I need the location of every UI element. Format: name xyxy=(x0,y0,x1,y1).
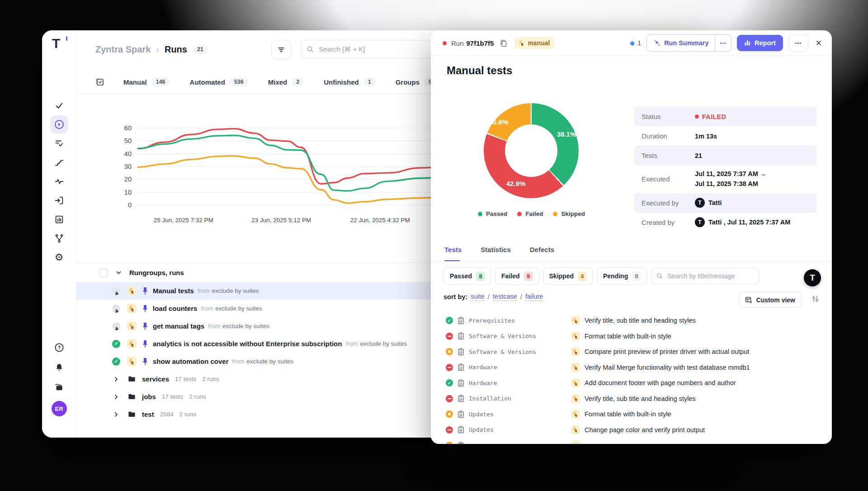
clipboard-icon xyxy=(458,426,464,434)
tab-label: Statistics xyxy=(481,246,511,253)
manual-cursor-icon xyxy=(571,316,580,325)
pin-icon xyxy=(142,340,148,348)
run-type-tab[interactable]: Groups 5 xyxy=(396,77,436,86)
test-row[interactable]: Updates Change page color and verify pri… xyxy=(431,422,832,438)
brand-logo-badge[interactable]: T xyxy=(804,269,821,286)
global-search[interactable] xyxy=(301,40,450,58)
test-search[interactable] xyxy=(651,268,760,284)
info-row-tests: Tests 21 xyxy=(634,146,816,165)
tab-label: Unfinished xyxy=(324,78,359,86)
table-gear-icon xyxy=(745,296,752,304)
custom-view-button[interactable]: Custom view xyxy=(739,292,802,308)
pulse-icon xyxy=(54,176,64,186)
executed-by-value: Tatti xyxy=(708,199,722,206)
chip-label: Failed xyxy=(501,272,519,280)
sort-option-link[interactable]: failure xyxy=(525,293,543,301)
test-row[interactable]: Installation Verify title, sub title and… xyxy=(431,391,832,407)
info-label: Created by xyxy=(642,219,695,226)
run-title: load counters xyxy=(153,305,197,312)
run-type-tab[interactable]: Manual 146 xyxy=(123,77,170,86)
sidebar-item-notifications[interactable] xyxy=(50,358,68,377)
test-row[interactable]: Prerequisites Verify title, sub title an… xyxy=(431,313,832,329)
test-status-icon xyxy=(446,410,453,418)
report-button[interactable]: Report xyxy=(737,35,783,51)
sidebar-item-import[interactable] xyxy=(50,191,68,210)
chip-label: Passed xyxy=(450,272,472,280)
svg-text:40: 40 xyxy=(124,150,132,157)
suite-name: Updates xyxy=(469,426,494,433)
detail-tab[interactable]: Statistics xyxy=(481,243,511,261)
sidebar-item-branches[interactable] xyxy=(50,229,68,248)
diamond-icon[interactable]: ◆ xyxy=(630,39,635,47)
copy-icon[interactable] xyxy=(500,39,507,47)
sort-option-link[interactable]: suite xyxy=(471,293,485,301)
select-all-checkbox[interactable] xyxy=(99,268,108,277)
run-type-tab[interactable]: Mixed 2 xyxy=(268,77,304,86)
sidebar-item-runs[interactable] xyxy=(50,115,68,133)
bell-icon xyxy=(54,362,64,372)
filter-lines-icon xyxy=(277,46,285,54)
run-summary-button[interactable]: Run Summary xyxy=(647,35,715,51)
clipboard-icon xyxy=(458,363,464,371)
view-settings-icon[interactable] xyxy=(811,295,819,303)
more-actions-button[interactable]: ••• xyxy=(788,34,808,52)
sidebar-item-tests[interactable] xyxy=(50,96,68,114)
test-row[interactable]: Software & Versions Compare print previe… xyxy=(431,344,832,360)
bar-chart-icon xyxy=(54,215,64,224)
filter-chip[interactable]: Failed 9 xyxy=(495,267,539,285)
run-type-tab[interactable]: Unfinished 1 xyxy=(324,77,375,86)
run-source: exclude by suites xyxy=(212,287,259,294)
tab-count-badge: 146 xyxy=(151,77,170,86)
chevron-right-icon[interactable] xyxy=(113,411,120,418)
tab-label: Groups xyxy=(396,78,420,86)
folder-name: jobs xyxy=(142,393,156,400)
chevron-right-icon[interactable] xyxy=(113,376,120,382)
run-from-label: from xyxy=(208,323,220,329)
test-row[interactable]: Hardware Verify Mail Merge functionality… xyxy=(431,360,832,376)
sidebar-item-settings[interactable]: ⚙ xyxy=(50,248,68,267)
sidebar-item-analytics[interactable] xyxy=(50,210,68,229)
sort-option-link[interactable]: testcase xyxy=(493,293,517,301)
chevron-down-icon[interactable] xyxy=(115,269,122,276)
filter-chip[interactable]: Skipped 4 xyxy=(543,267,593,285)
executed-end: Jul 11, 2025 7:38 AM xyxy=(695,180,758,187)
donut-skipped-label: 30.8% xyxy=(478,118,519,126)
breadcrumb-project[interactable]: Zyntra Spark xyxy=(95,44,151,55)
sidebar-item-plans[interactable] xyxy=(50,134,68,153)
run-summary-more-button[interactable]: ••• xyxy=(715,35,731,51)
sidebar-item-help[interactable]: ? xyxy=(50,338,68,357)
page-title: Runs xyxy=(165,44,187,55)
test-row[interactable]: Updates Format table with built-in style xyxy=(431,406,832,422)
close-icon[interactable]: ✕ xyxy=(816,38,822,48)
run-type-tab[interactable]: Automated 536 xyxy=(190,77,248,86)
info-label: Executed by xyxy=(642,199,695,207)
sidebar-item-projects[interactable] xyxy=(50,378,68,396)
test-row[interactable]: Hardware Add document footer with page n… xyxy=(431,375,832,391)
select-all-icon[interactable] xyxy=(95,77,104,86)
app-logo[interactable]: T xyxy=(52,36,66,51)
import-icon xyxy=(54,195,64,205)
tab-label: Automated xyxy=(190,78,225,86)
test-search-input[interactable] xyxy=(666,272,754,280)
filter-chip[interactable]: Pending 0 xyxy=(597,267,647,285)
sidebar-item-activity[interactable] xyxy=(50,172,68,191)
test-row[interactable]: Software & Versions Format table with bu… xyxy=(431,329,832,344)
detail-tab[interactable]: Tests xyxy=(444,243,462,261)
user-avatar[interactable]: ER xyxy=(52,401,67,416)
branch-icon xyxy=(54,234,64,243)
filter-chip[interactable]: Passed 8 xyxy=(443,267,491,285)
info-label: Executed xyxy=(642,175,695,183)
info-row-duration: Duration 1m 13s xyxy=(634,126,816,146)
tab-count-badge: 2 xyxy=(292,77,304,86)
filter-button[interactable] xyxy=(271,40,291,59)
run-info-table: Status FAILED Duration 1m 13s Tests 21 E… xyxy=(634,107,816,232)
detail-tabs: Tests Statistics Defects xyxy=(431,243,832,262)
manual-cursor-icon xyxy=(519,40,525,46)
chip-count: 4 xyxy=(578,272,587,281)
search-input[interactable] xyxy=(318,45,444,53)
info-label: Status xyxy=(642,113,695,120)
detail-tab[interactable]: Defects xyxy=(530,243,554,261)
chevron-right-icon[interactable] xyxy=(113,394,120,400)
help-icon: ? xyxy=(54,342,65,353)
sidebar-item-milestones[interactable] xyxy=(50,153,68,172)
